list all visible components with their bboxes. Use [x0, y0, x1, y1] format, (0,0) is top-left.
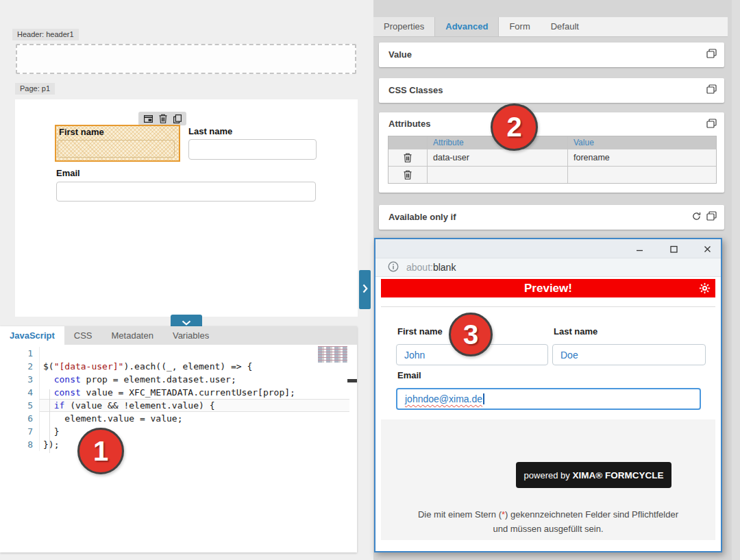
url-host: blank [433, 262, 456, 273]
section-title: Available only if [388, 205, 456, 230]
line-number: 6 [0, 412, 39, 425]
editor-scrollbar-mark[interactable] [347, 379, 357, 382]
page-tag: Page: p1 [15, 83, 55, 95]
code-minimap [318, 346, 347, 363]
tab-advanced[interactable]: Advanced [434, 17, 499, 36]
expand-panel-handle[interactable] [359, 270, 371, 309]
section-title: CSS Classes [388, 78, 443, 103]
attribute-value-cell[interactable] [567, 167, 716, 183]
preview-page: Preview! First name John Last name Doe E… [375, 277, 721, 551]
preview-banner: Preview! [381, 279, 715, 297]
address-bar[interactable]: about:blank [375, 258, 721, 277]
detach-window-icon[interactable] [706, 84, 717, 97]
delete-element-icon[interactable] [159, 114, 167, 123]
attribute-row: data-userforename [388, 149, 716, 166]
maximize-icon[interactable] [669, 244, 678, 256]
code-line[interactable]: 7 } [0, 425, 357, 438]
attributes-table-header: Attribute Value [388, 136, 716, 149]
preview-label-email: Email [397, 370, 421, 380]
powered-by-button[interactable]: powered by XIMA® FORMCYCLE [516, 462, 671, 488]
detach-window-icon[interactable] [706, 211, 717, 223]
line-number: 5 [0, 399, 39, 412]
tab-variables[interactable]: Variables [163, 326, 219, 345]
minimize-icon[interactable] [635, 244, 644, 256]
field-properties-icon[interactable] [144, 115, 153, 123]
attribute-name-cell[interactable] [427, 167, 567, 183]
preview-footer-area: powered by XIMA® FORMCYCLE Die mit einem… [381, 419, 715, 540]
line-number: 3 [0, 373, 39, 386]
line-number: 4 [0, 386, 39, 399]
section-attributes: Attributes Attribute Value data-userfore… [379, 112, 724, 193]
input-value: John [404, 350, 425, 361]
form-divider [381, 306, 715, 307]
section-title: Attributes [388, 112, 430, 136]
tab-default[interactable]: Default [541, 17, 589, 36]
column-header-value: Value [567, 136, 716, 149]
note-text-line2: und müssen ausgefüllt sein. [381, 522, 715, 536]
line-number: 1 [0, 347, 39, 360]
chevron-right-icon [362, 284, 368, 296]
attributes-table: Attribute Value data-userforename [388, 136, 717, 184]
preview-label-first-name: First name [397, 326, 443, 337]
info-icon[interactable] [388, 261, 399, 274]
code-line[interactable]: 4 const value = XFC_METADATA.currentUser… [0, 386, 357, 399]
gear-icon[interactable] [699, 282, 711, 297]
tab-metadaten[interactable]: Metadaten [102, 326, 163, 345]
window-title-bar[interactable] [375, 239, 721, 258]
field-label: Email [56, 168, 80, 178]
tab-javascript[interactable]: JavaScript [0, 326, 64, 345]
input-value: Doe [560, 350, 578, 361]
code-area[interactable]: 12$("[data-user]").each((_, element) => … [0, 345, 357, 552]
header-drop-area[interactable] [16, 44, 356, 74]
designer-field-email[interactable] [56, 182, 316, 202]
preview-input-email[interactable]: johndoe@xima.de [396, 388, 701, 410]
powered-by-prefix: powered by [524, 470, 573, 480]
code-line[interactable]: 1 [0, 347, 357, 360]
annotation-badge-2: 2 [491, 104, 538, 151]
delete-attribute-icon[interactable] [388, 149, 427, 166]
code-line[interactable]: 3 const prop = element.dataset.user; [0, 373, 357, 386]
designer-field-first-name[interactable]: First name [55, 125, 180, 162]
required-fields-note: Die mit einem Stern (*) gekennzeichneten… [381, 507, 715, 536]
detach-window-icon[interactable] [706, 119, 717, 131]
preview-input-last-name[interactable]: Doe [552, 344, 706, 365]
preview-label-last-name: Last name [554, 326, 597, 337]
attribute-row [388, 166, 716, 183]
inspector-tab-bar: Properties Advanced Form Default [373, 17, 728, 37]
note-text: Die mit einem Stern ( [418, 509, 502, 520]
field-label: First name [59, 127, 104, 137]
detach-window-icon[interactable] [706, 49, 717, 61]
section-css-classes[interactable]: CSS Classes [379, 78, 724, 103]
note-text: ) gekennzeichneten Felder sind Pflichtfe… [505, 509, 678, 520]
line-number: 7 [0, 425, 39, 438]
line-number: 8 [0, 438, 39, 451]
designer-field-last-name[interactable] [188, 139, 317, 160]
preview-browser-window: about:blank Preview! First name John Las… [374, 238, 722, 552]
powered-by-brand: XIMA® FORMCYCLE [572, 470, 663, 480]
indent-guide [49, 389, 50, 453]
line-number: 2 [0, 360, 39, 373]
section-available-only-if[interactable]: Available only if [379, 205, 724, 230]
tab-form[interactable]: Form [499, 17, 540, 36]
code-line[interactable]: 6 element.value = value; [0, 412, 357, 425]
attribute-value-cell[interactable]: forename [567, 149, 716, 166]
copy-element-icon[interactable] [173, 114, 182, 123]
refresh-icon[interactable] [692, 211, 701, 223]
section-value[interactable]: Value [379, 42, 724, 67]
editor-tab-bar: JavaScript CSS Metadaten Variables [0, 326, 357, 345]
attribute-name-cell[interactable]: data-user [427, 149, 567, 166]
code-line[interactable]: 2$("[data-user]").each((_, element) => { [0, 360, 357, 373]
section-title: Value [388, 42, 412, 67]
inspector-scrollbar[interactable] [732, 0, 740, 560]
close-icon[interactable] [703, 244, 712, 256]
delete-attribute-icon[interactable] [388, 167, 427, 183]
annotation-badge-3: 3 [449, 313, 493, 356]
tab-properties[interactable]: Properties [373, 17, 434, 36]
annotation-badge-1: 1 [77, 428, 124, 474]
code-line[interactable]: 8}); [0, 438, 357, 451]
code-editor-panel: JavaScript CSS Metadaten Variables 12$("… [0, 326, 357, 552]
code-line[interactable]: 5 if (value && !element.value) { [0, 399, 357, 412]
form-canvas[interactable]: First name Last name Email [15, 99, 358, 317]
preview-banner-title: Preview! [381, 279, 715, 297]
tab-css[interactable]: CSS [64, 326, 102, 345]
